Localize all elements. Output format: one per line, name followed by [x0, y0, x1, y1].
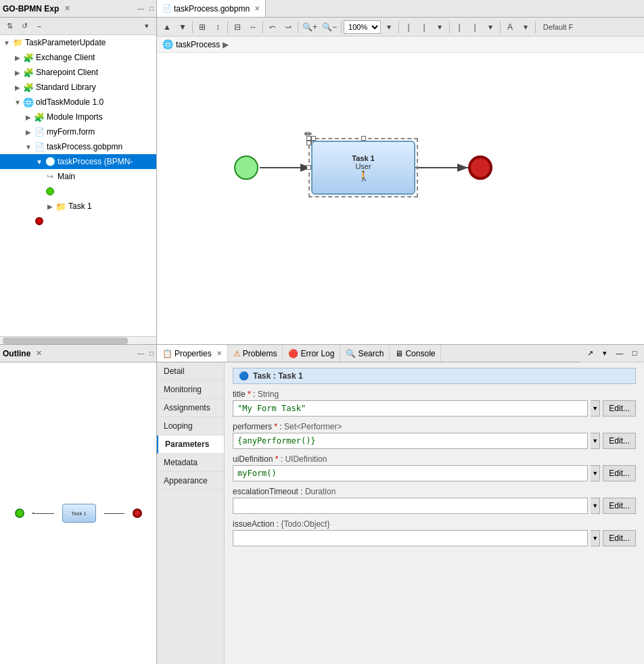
expand-moduleimports[interactable]: ▶ — [23, 114, 34, 121]
diag-btn-vertdrop[interactable]: ▾ — [483, 20, 498, 34]
diagram-tab[interactable]: 📄 taskProcess.gobpmn ✕ — [157, 0, 266, 17]
sidebar-item-looping[interactable]: Looping — [157, 417, 224, 435]
diag-btn-line2[interactable]: | — [417, 20, 432, 34]
bpmn-end-event[interactable] — [468, 156, 492, 180]
diag-btn-zoomin[interactable]: 🔍+ — [300, 20, 319, 34]
tree-item-oldmodule[interactable]: ▼ 🌐 oldTaskModule 1.0 — [0, 95, 156, 110]
diag-btn-hrz[interactable]: ↔ — [246, 20, 260, 34]
explorer-minimize-btn[interactable]: — — [137, 5, 144, 12]
sidebar-item-parameters[interactable]: Parameters — [157, 435, 224, 454]
sidebar-item-appearance[interactable]: Appearance — [157, 472, 224, 490]
prop-edit-escalation[interactable]: Edit... — [603, 498, 636, 514]
diag-btn-grid[interactable]: ⊞ — [195, 20, 210, 34]
tree-item-stdlib[interactable]: ▶ 🧩 Standard Library — [0, 80, 156, 95]
props-toolbar-link[interactable]: ↗ — [583, 346, 597, 360]
tab-problems[interactable]: ⚠ Problems — [228, 345, 283, 362]
diag-btn-vert1[interactable]: | — [452, 20, 467, 34]
diag-btn-linedrop[interactable]: ▾ — [432, 20, 447, 34]
explorer-scrollbar[interactable] — [0, 336, 156, 344]
sidebar-item-detail[interactable]: Detail — [157, 362, 224, 381]
collapse-all-btn[interactable]: ⇅ — [3, 20, 16, 33]
sidebar-item-monitoring[interactable]: Monitoring — [157, 381, 224, 399]
expand-taskprocessnode[interactable]: ▼ — [34, 158, 45, 166]
expand-stdlib[interactable]: ▶ — [12, 84, 23, 91]
sidebar-item-metadata[interactable]: Metadata — [157, 454, 224, 472]
outline-tab-close[interactable]: ✕ — [36, 349, 42, 358]
prop-input-issueaction[interactable] — [233, 530, 588, 546]
diag-btn-up[interactable]: ▲ — [160, 20, 175, 34]
prop-edit-title[interactable]: Edit... — [603, 400, 636, 417]
prop-edit-uidef[interactable]: Edit... — [603, 465, 636, 481]
prop-input-performers[interactable] — [233, 433, 588, 449]
expand-taskParam[interactable]: ▼ — [1, 39, 12, 47]
refresh-btn[interactable]: ↺ — [18, 20, 31, 33]
prop-scroll-title[interactable]: ▼ — [591, 400, 600, 417]
diag-btn-adrop[interactable]: ▾ — [518, 20, 533, 34]
tree-item-enddot[interactable] — [0, 214, 156, 229]
bpmn-start-event[interactable] — [234, 156, 258, 180]
diag-btn-down[interactable]: ▼ — [175, 20, 190, 34]
prop-scroll-escalation[interactable]: ▼ — [591, 498, 600, 514]
diagram-canvas[interactable]: ✏ Task 1 User 🚶 — [157, 53, 644, 344]
explorer-tab-close[interactable]: ✕ — [64, 4, 70, 13]
diag-btn-zoomdrop[interactable]: ▾ — [382, 20, 396, 34]
outline-maximize-btn[interactable]: □ — [150, 350, 154, 357]
prop-input-title[interactable] — [233, 400, 588, 417]
tree-item-taskParam[interactable]: ▼ 📁 TaskParameterUpdate — [0, 35, 156, 50]
prop-scroll-uidef[interactable]: ▼ — [591, 465, 600, 481]
expand-taskprocessfile[interactable]: ▼ — [23, 143, 34, 151]
diag-btn-redo[interactable]: ⤻ — [281, 20, 296, 34]
tree-menu-btn[interactable]: ▾ — [140, 20, 154, 33]
expand-sharepoint[interactable]: ▶ — [12, 69, 23, 76]
bpmn-task[interactable]: Task 1 User 🚶 — [311, 141, 415, 195]
explorer-toolbar: ⇅ ↺ − ▾ — [0, 18, 156, 35]
expand-exchange[interactable]: ▶ — [12, 54, 23, 62]
tab-errorlog[interactable]: 🔴 Error Log — [283, 345, 340, 362]
diag-btn-line1[interactable]: | — [401, 20, 416, 34]
prop-field-uidef: ▼ Edit... — [233, 465, 636, 481]
prop-input-uidef[interactable] — [233, 465, 588, 481]
prop-edit-issueaction[interactable]: Edit... — [603, 530, 636, 546]
prop-edit-performers[interactable]: Edit... — [603, 433, 636, 449]
tree-label-taskprocessnode: taskProcess (BPMN- — [58, 157, 133, 166]
expand-oldmodule[interactable]: ▼ — [12, 99, 23, 106]
diag-btn-zoomout[interactable]: 🔍− — [320, 20, 339, 34]
zoom-select[interactable]: 50% 75% 100% 125% 150% 200% — [344, 20, 381, 34]
bpmn-task-user-icon: 🚶 — [358, 170, 369, 181]
props-toolbar-dropdown[interactable]: ▾ — [598, 346, 612, 360]
sidebar-item-assignments[interactable]: Assignments — [157, 399, 224, 417]
diag-btn-expand[interactable]: ↕ — [210, 20, 225, 34]
tab-search[interactable]: 🔍 Search — [340, 345, 390, 362]
explorer-maximize-btn[interactable]: □ — [150, 5, 154, 12]
breadcrumb-label: taskProcess — [176, 40, 220, 49]
prop-scroll-performers[interactable]: ▼ — [591, 433, 600, 449]
tree-item-startdot[interactable] — [0, 184, 156, 199]
outline-minimize-btn[interactable]: — — [137, 350, 144, 357]
tab-console[interactable]: 🖥 Console — [390, 345, 441, 362]
tree-item-main[interactable]: ↪ Main — [0, 169, 156, 184]
diag-btn-default[interactable]: Default F — [538, 20, 578, 34]
tree-item-exchange[interactable]: ▶ 🧩 Exchange Client — [0, 50, 156, 65]
tree-item-task1[interactable]: ▶ 📁 Task 1 — [0, 199, 156, 214]
diag-btn-A[interactable]: A — [503, 20, 518, 34]
diagram-tab-close[interactable]: ✕ — [254, 5, 260, 12]
prop-scroll-issueaction[interactable]: ▼ — [591, 530, 600, 546]
prop-input-escalation[interactable] — [233, 498, 588, 514]
tab-properties[interactable]: 📋 Properties ✕ — [157, 345, 228, 362]
collapse-btn[interactable]: − — [32, 20, 46, 33]
expand-myform[interactable]: ▶ — [23, 128, 34, 136]
tree-item-moduleimports[interactable]: ▶ 🧩 Module Imports — [0, 110, 156, 124]
props-toolbar-minimize[interactable]: — — [613, 346, 626, 360]
diag-btn-collapse[interactable]: ⊟ — [230, 20, 245, 34]
diag-btn-undo[interactable]: ⤺ — [265, 20, 280, 34]
diag-btn-vert2[interactable]: | — [467, 20, 482, 34]
expand-task1[interactable]: ▶ — [45, 203, 55, 210]
tree-item-taskprocessfile[interactable]: ▼ 📄 taskProcess.gobpmn — [0, 139, 156, 154]
tree-item-myform[interactable]: ▶ 📄 myForm.form — [0, 124, 156, 139]
tree-item-sharepoint[interactable]: ▶ 🧩 Sharepoint Client — [0, 65, 156, 80]
task-edit-icon[interactable]: ✏ — [304, 128, 313, 139]
props-tab-close[interactable]: ✕ — [216, 350, 222, 357]
tree-item-taskprocessnode[interactable]: ▼ 🔵 taskProcess (BPMN- — [0, 154, 156, 169]
props-toolbar-maximize[interactable]: □ — [628, 346, 641, 360]
tree-label-main: Main — [58, 172, 75, 181]
